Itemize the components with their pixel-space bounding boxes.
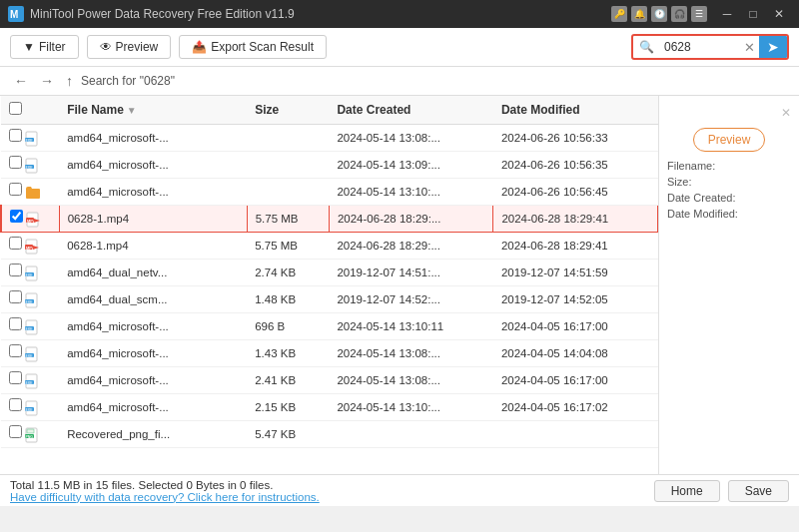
file-type-icon: EXE xyxy=(25,266,41,281)
file-name-cell: amd64_microsoft-... xyxy=(59,151,247,178)
headset-icon: 🎧 xyxy=(671,6,687,22)
table-row[interactable]: EXE amd64_microsoft-...2.41 KB2024-05-14… xyxy=(1,366,658,393)
svg-text:EXE: EXE xyxy=(26,354,34,358)
select-all-checkbox[interactable] xyxy=(9,102,22,115)
menu-icon[interactable]: ☰ xyxy=(691,6,707,22)
table-row[interactable]: EXE amd64_microsoft-...1.43 KB2024-05-14… xyxy=(1,339,658,366)
key-icon: 🔑 xyxy=(611,6,627,22)
row-checkbox[interactable] xyxy=(9,237,22,250)
up-button[interactable]: ↑ xyxy=(62,71,77,91)
table-row[interactable]: EXE amd64_dual_scm...1.48 KB2019-12-07 1… xyxy=(1,285,658,312)
main-area: File Name ▼ Size Date Created Date Modif… xyxy=(0,96,799,474)
date-created-label: Date Created: xyxy=(667,192,735,204)
preview-label: Preview xyxy=(116,40,159,54)
search-icon: 🔍 xyxy=(633,40,660,54)
status-bar: Total 11.5 MB in 15 files. Selected 0 By… xyxy=(0,474,799,506)
file-name-cell: amd64_microsoft-... xyxy=(59,312,247,339)
table-row[interactable]: PNG Recovered_png_fi...5.47 KB xyxy=(1,420,658,447)
file-size-cell: 2.41 KB xyxy=(247,366,329,393)
size-label: Size: xyxy=(667,176,691,188)
file-name-cell: amd64_microsoft-... xyxy=(59,339,247,366)
row-checkbox[interactable] xyxy=(9,371,22,384)
row-checkbox[interactable] xyxy=(9,183,22,196)
table-row[interactable]: EXE amd64_microsoft-...2024-05-14 13:09:… xyxy=(1,151,658,178)
svg-text:EXE: EXE xyxy=(26,408,34,412)
file-created-cell: 2024-05-14 13:08:... xyxy=(329,366,493,393)
svg-text:EXE: EXE xyxy=(26,381,34,385)
table-row[interactable]: amd64_microsoft-...2024-05-14 13:10:...2… xyxy=(1,178,658,205)
file-created-cell: 2019-12-07 14:51:... xyxy=(329,259,493,285)
checkbox-cell: EXE xyxy=(1,259,59,285)
file-modified-cell: 2024-06-26 10:56:45 xyxy=(493,178,658,205)
row-checkbox[interactable] xyxy=(9,398,22,411)
filter-button[interactable]: ▼ Filter xyxy=(10,35,79,59)
save-button[interactable]: Save xyxy=(728,480,789,502)
file-name-cell: amd64_microsoft-... xyxy=(59,366,247,393)
search-input[interactable] xyxy=(660,40,740,54)
file-size-cell: 5.75 MB xyxy=(247,205,329,232)
maximize-button[interactable]: □ xyxy=(741,4,765,24)
file-size-cell: 696 B xyxy=(247,312,329,339)
row-checkbox[interactable] xyxy=(9,264,22,276)
file-modified-cell: 2024-04-05 14:04:08 xyxy=(493,339,658,366)
preview-panel-button[interactable]: Preview xyxy=(693,128,766,152)
table-row[interactable]: EXE amd64_microsoft-...696 B2024-05-14 1… xyxy=(1,312,658,339)
file-type-icon: EXE xyxy=(25,319,41,335)
row-checkbox[interactable] xyxy=(9,129,22,142)
file-name-cell: Recovered_png_fi... xyxy=(59,420,247,447)
row-checkbox[interactable] xyxy=(9,156,22,169)
close-panel-icon[interactable]: ✕ xyxy=(781,106,791,120)
header-filename[interactable]: File Name ▼ xyxy=(59,96,247,125)
header-date-created[interactable]: Date Created xyxy=(329,96,493,125)
search-clear-button[interactable]: ✕ xyxy=(740,40,759,55)
row-checkbox[interactable] xyxy=(10,210,23,223)
export-button[interactable]: 📤 Export Scan Result xyxy=(179,35,327,59)
app-icon: M xyxy=(8,6,24,22)
help-link[interactable]: Have difficulty with data recovery? Clic… xyxy=(10,491,320,503)
app-wrapper: M MiniTool Power Data Recovery Free Edit… xyxy=(0,0,799,532)
header-checkbox-col xyxy=(1,96,59,125)
forward-button[interactable]: → xyxy=(36,71,58,91)
file-size-cell xyxy=(247,178,329,205)
checkbox-cell: EXE xyxy=(1,312,59,339)
file-modified-cell: 2024-04-05 16:17:00 xyxy=(493,366,658,393)
table-row[interactable]: MP4 0628-1.mp45.75 MB2024-06-28 18:29:..… xyxy=(1,205,658,232)
title-bar: M MiniTool Power Data Recovery Free Edit… xyxy=(0,0,799,28)
checkbox-cell: EXE xyxy=(1,366,59,393)
row-checkbox[interactable] xyxy=(9,344,22,357)
file-name-cell: amd64_dual_scm... xyxy=(59,285,247,312)
header-size[interactable]: Size xyxy=(247,96,329,125)
file-size-cell: 2.74 KB xyxy=(247,259,329,285)
row-checkbox[interactable] xyxy=(9,425,22,438)
row-checkbox[interactable] xyxy=(9,290,22,303)
preview-info: Filename: Size: Date Created: Date Modif… xyxy=(667,160,791,224)
table-header-row: File Name ▼ Size Date Created Date Modif… xyxy=(1,96,658,125)
header-date-modified[interactable]: Date Modified xyxy=(493,96,658,125)
checkbox-cell: PNG xyxy=(1,420,59,447)
home-button[interactable]: Home xyxy=(654,480,720,502)
file-type-icon: MP4 xyxy=(25,239,41,255)
search-box: 🔍 ✕ ➤ xyxy=(631,34,789,60)
tray-icons: 🔑 🔔 🕐 🎧 ☰ xyxy=(611,6,707,22)
table-row[interactable]: EXE amd64_microsoft-...2024-05-14 13:08:… xyxy=(1,125,658,152)
svg-text:PNG: PNG xyxy=(26,435,34,439)
back-button[interactable]: ← xyxy=(10,71,32,91)
total-status: Total 11.5 MB in 15 files. Selected 0 By… xyxy=(10,479,654,491)
search-go-button[interactable]: ➤ xyxy=(759,36,787,58)
file-list-container[interactable]: File Name ▼ Size Date Created Date Modif… xyxy=(0,96,659,474)
table-row[interactable]: MP4 0628-1.mp45.75 MB2024-06-28 18:29:..… xyxy=(1,232,658,259)
sort-icon: ▼ xyxy=(127,105,137,116)
table-row[interactable]: EXE amd64_microsoft-...2.15 KB2024-05-14… xyxy=(1,393,658,420)
minimize-button[interactable]: ─ xyxy=(715,4,739,24)
svg-text:EXE: EXE xyxy=(26,273,34,277)
file-created-cell: 2024-06-28 18:29:... xyxy=(329,205,493,232)
file-type-icon xyxy=(25,185,41,201)
table-row[interactable]: EXE amd64_dual_netv...2.74 KB2019-12-07 … xyxy=(1,259,658,285)
file-table-body: EXE amd64_microsoft-...2024-05-14 13:08:… xyxy=(1,125,658,448)
close-button[interactable]: ✕ xyxy=(767,4,791,24)
row-checkbox[interactable] xyxy=(9,317,22,330)
status-buttons: Home Save xyxy=(654,480,789,502)
clock-icon: 🕐 xyxy=(651,6,667,22)
file-size-cell: 5.75 MB xyxy=(247,232,329,259)
preview-toolbar-button[interactable]: 👁 Preview xyxy=(87,35,172,59)
